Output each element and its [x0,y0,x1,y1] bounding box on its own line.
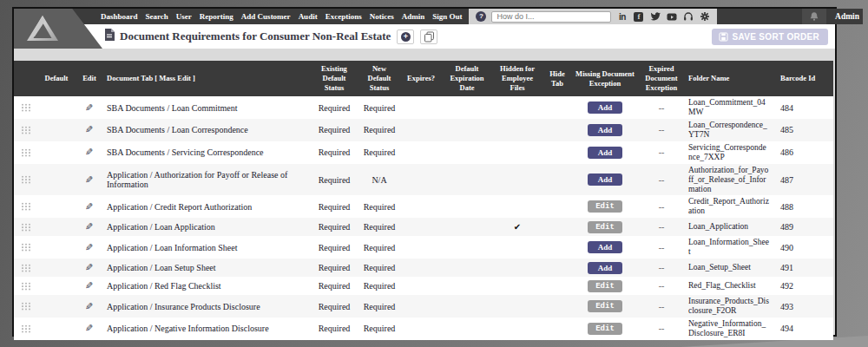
folder-name-cell: Loan_Correspondence_YT7N [686,119,778,141]
facebook-icon[interactable]: f [633,11,644,23]
drag-handle-icon[interactable] [21,302,32,311]
nav-item-user[interactable]: User [176,12,192,21]
missing-document-exception-button[interactable]: Add [588,101,622,114]
table-row: ✎ SBA Documents / Loan Correspondence Re… [14,119,833,141]
copy-requirements-button[interactable] [420,29,437,44]
expires-cell [401,164,441,196]
drag-handle-icon[interactable] [21,175,32,184]
edit-pencil-icon[interactable]: ✎ [85,242,93,253]
missing-document-exception-button[interactable]: Edit [588,300,622,312]
youtube-icon[interactable] [666,11,677,23]
plus-circle-icon: + [401,32,411,42]
table-row: ✎ SBA Documents / Loan Commitment Requir… [14,96,833,119]
hide-tab-cell [542,195,573,218]
nav-item-sign-out[interactable]: Sign Out [432,12,462,21]
expires-cell [401,218,441,236]
expired-document-exception-cell: -- [637,119,686,141]
new-default-status-cell: Required [358,259,401,277]
col-drag-handle [14,61,38,96]
edit-pencil-icon[interactable]: ✎ [85,301,93,312]
default-expiration-date-cell [441,236,493,259]
linkedin-icon[interactable]: in [616,11,628,23]
barcode-id-cell: 485 [778,119,833,141]
notifications-bell-icon[interactable] [802,9,826,24]
nav-item-audit[interactable]: Audit [299,12,318,21]
new-default-status-cell: Required [358,195,401,218]
edit-pencil-icon[interactable]: ✎ [85,147,93,158]
document-page-icon [104,29,115,44]
twitter-icon[interactable] [649,11,661,23]
drag-handle-icon[interactable] [21,126,32,134]
drag-handle-icon[interactable] [21,243,32,252]
save-sort-order-button[interactable]: SAVE SORT ORDER [712,29,828,45]
col-expires: Expires? [401,61,441,96]
missing-document-exception-button[interactable]: Add [588,262,622,274]
nav-item-add-customer[interactable]: Add Customer [241,12,291,21]
drag-handle-icon[interactable] [21,264,32,272]
hidden-for-employee-files-cell [493,277,542,295]
missing-document-exception-button[interactable]: Add [588,124,622,136]
top-nav-bar: DashboardSearchUserReportingAdd Customer… [14,9,863,24]
expired-document-exception-cell: -- [637,236,686,259]
add-document-requirement-button[interactable]: + [397,29,414,44]
document-tab-cell: SBA Documents / Servicing Correspondence [104,141,311,164]
edit-pencil-icon[interactable]: ✎ [85,262,93,273]
edit-pencil-icon[interactable]: ✎ [85,280,93,291]
nav-item-notices[interactable]: Notices [370,12,394,21]
barcode-id-cell: 488 [778,195,833,218]
folder-name-cell: Loan_Information_Sheet [686,236,778,259]
drag-handle-icon[interactable] [21,202,32,211]
hidden-for-employee-files-cell: ✔ [493,218,542,236]
edit-pencil-icon[interactable]: ✎ [85,221,93,232]
expired-document-exception-cell: -- [637,295,686,318]
edit-pencil-icon[interactable]: ✎ [85,323,93,334]
col-existing-default-status: Existing Default Status [311,61,358,96]
missing-document-exception-button[interactable]: Add [588,241,622,253]
table-row: ✎ Application / Loan Information Sheet R… [14,236,833,259]
drag-handle-icon[interactable] [21,103,32,112]
copy-icon [424,31,435,43]
missing-document-exception-button[interactable]: Edit [588,200,622,213]
expires-cell [401,259,441,277]
edit-pencil-icon[interactable]: ✎ [85,124,93,135]
gear-icon[interactable] [699,11,710,23]
edit-pencil-icon[interactable]: ✎ [85,201,93,213]
hidden-for-employee-files-cell [493,119,542,141]
drag-handle-icon[interactable] [21,148,32,157]
nav-item-exceptions[interactable]: Exceptions [326,12,362,21]
hide-tab-cell [542,259,573,277]
hide-tab-cell [542,218,573,236]
col-missing-document-exception: Missing Document Exception [573,61,637,96]
expired-document-exception-cell: -- [637,195,686,218]
hide-tab-cell [542,277,573,295]
default-cell [38,295,75,318]
howdo-search-input[interactable] [491,11,611,23]
mass-edit-link[interactable]: [ Mass Edit ] [155,74,195,82]
col-expired-document-exception: Expired Document Exception [637,61,686,96]
missing-document-exception-button[interactable]: Edit [588,323,622,335]
default-expiration-date-cell [441,218,493,236]
missing-document-exception-button[interactable]: Edit [588,280,622,292]
headphones-icon[interactable] [682,11,694,23]
edit-pencil-icon[interactable]: ✎ [85,102,93,114]
folder-name-cell: Red_Flag_Checklist [686,277,778,295]
nav-item-admin[interactable]: Admin [402,12,425,21]
table-row: ✎ SBA Documents / Servicing Corresponden… [14,141,833,164]
missing-document-exception-button[interactable]: Edit [588,221,622,233]
nav-item-dashboard[interactable]: Dashboard [101,12,138,21]
col-hide-tab: Hide Tab [542,61,573,96]
default-cell [38,236,75,259]
nav-item-reporting[interactable]: Reporting [200,12,233,21]
edit-pencil-icon[interactable]: ✎ [85,174,93,186]
nav-item-search[interactable]: Search [146,12,168,21]
drag-handle-icon[interactable] [21,282,32,291]
barcode-id-cell: 494 [778,318,833,340]
help-icon[interactable]: ? [476,11,486,22]
missing-document-exception-button[interactable]: Add [588,174,622,186]
folder-name-cell: Authorization_for_Payoff_or_Release_of_I… [686,164,778,196]
drag-handle-icon[interactable] [21,223,32,232]
table-row: ✎ Application / Loan Application Require… [14,218,833,236]
missing-document-exception-button[interactable]: Add [588,147,622,159]
barcode-id-cell: 491 [778,259,833,277]
drag-handle-icon[interactable] [21,324,32,333]
